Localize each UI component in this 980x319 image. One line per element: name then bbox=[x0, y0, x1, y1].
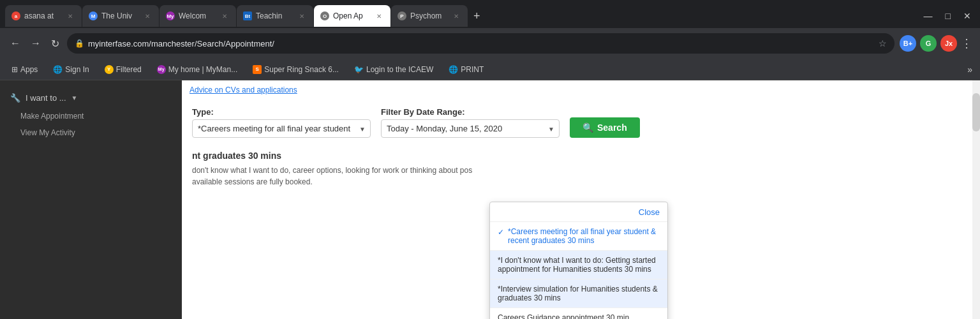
tab6-close[interactable]: ✕ bbox=[451, 11, 461, 21]
dropdown-item-4[interactable]: Careers Guidance appointment 30 min bbox=[490, 308, 667, 319]
apps-grid-icon: ⊞ bbox=[11, 65, 18, 74]
sidebar-make-appointment[interactable]: Make Appointment bbox=[0, 108, 182, 124]
superring-icon: S bbox=[253, 65, 262, 74]
type-form-group: Type: *Careers meeting for all final yea… bbox=[192, 107, 371, 138]
tab-teaching[interactable]: Bt Teachin ✕ bbox=[237, 5, 313, 27]
dropdown-close-button[interactable]: Close bbox=[639, 207, 660, 217]
avatar-jx[interactable]: Jx bbox=[940, 35, 957, 52]
new-tab-button[interactable]: + bbox=[468, 7, 486, 26]
tab4-close[interactable]: ✕ bbox=[297, 11, 307, 21]
check-icon: ✓ bbox=[498, 228, 504, 237]
sidebar-view-activity[interactable]: View My Activity bbox=[0, 124, 182, 141]
tab2-favicon: M bbox=[89, 11, 98, 20]
scrollbar-track[interactable] bbox=[972, 80, 980, 319]
dropdown-item-2[interactable]: *I don't know what I want to do: Getting… bbox=[490, 251, 667, 279]
address-input-wrap[interactable]: 🔒 myinterfase.com/manchester/Search/Appo… bbox=[67, 33, 895, 54]
tab1-title: asana at bbox=[24, 11, 61, 20]
tab-asana[interactable]: a asana at ✕ bbox=[5, 5, 82, 27]
bookmark-filtered[interactable]: Y Filtered bbox=[101, 64, 145, 75]
bookmark-icaew[interactable]: 🐦 Login to the ICAEW bbox=[350, 64, 437, 75]
bookmark-star[interactable]: ☆ bbox=[879, 38, 887, 48]
forward-button[interactable]: → bbox=[28, 35, 43, 52]
avatar-bp[interactable]: B+ bbox=[900, 35, 916, 52]
result-text-1: don't know what I want to do, career opt… bbox=[192, 165, 970, 176]
scrollbar-thumb[interactable] bbox=[972, 93, 980, 131]
result-title: nt graduates 30 mins bbox=[192, 151, 970, 161]
bookmark-signin[interactable]: 🌐 Sign In bbox=[49, 64, 93, 75]
type-label: Type: bbox=[192, 107, 371, 117]
search-button-label: Search bbox=[597, 122, 627, 133]
date-label: Filter By Date Range: bbox=[381, 107, 560, 117]
bookmark-apps[interactable]: ⊞ Apps bbox=[8, 64, 41, 75]
type-select-wrap: *Careers meeting for all final year stud… bbox=[192, 119, 371, 138]
page-content: 🔧 I want to ... ▼ Make Appointment View … bbox=[0, 80, 980, 319]
reload-button[interactable]: ↻ bbox=[48, 35, 62, 52]
dropdown-header: Close bbox=[490, 202, 667, 222]
search-button[interactable]: 🔍 Search bbox=[570, 117, 640, 138]
top-advice-link[interactable]: Advice on CVs and applications bbox=[182, 80, 980, 100]
dropdown-item-3[interactable]: *Interview simulation for Humanities stu… bbox=[490, 279, 667, 308]
avatar-g[interactable]: G bbox=[920, 35, 937, 52]
bookmark-superring[interactable]: S Super Ring Snack 6... bbox=[249, 64, 343, 75]
tab4-favicon: Bt bbox=[243, 11, 252, 20]
tab6-favicon: P bbox=[397, 11, 406, 20]
tab-openap[interactable]: O Open Ap ✕ bbox=[314, 5, 390, 27]
sidebar: 🔧 I want to ... ▼ Make Appointment View … bbox=[0, 80, 182, 319]
search-icon: 🔍 bbox=[583, 122, 593, 133]
bookmarks-more[interactable]: » bbox=[967, 64, 972, 75]
tab2-title: The Univ bbox=[101, 11, 138, 20]
sidebar-main-label: I want to ... bbox=[26, 93, 66, 103]
browser-menu-button[interactable]: ⋮ bbox=[961, 36, 972, 50]
type-select[interactable]: *Careers meeting for all final year stud… bbox=[192, 119, 371, 138]
bookmark-filtered-label: Filtered bbox=[116, 65, 142, 74]
tab6-title: Psychom bbox=[410, 11, 447, 20]
print-globe-icon: 🌐 bbox=[449, 65, 458, 74]
tab2-close[interactable]: ✕ bbox=[142, 11, 152, 21]
tab3-title: Welcom bbox=[179, 11, 216, 20]
tab5-title: Open Ap bbox=[333, 11, 370, 20]
globe-icon-signin: 🌐 bbox=[53, 65, 63, 74]
bookmark-signin-label: Sign In bbox=[65, 65, 89, 74]
sidebar-iwantto[interactable]: 🔧 I want to ... ▼ bbox=[0, 88, 182, 108]
dropdown-item-3-label: *Interview simulation for Humanities stu… bbox=[498, 285, 660, 302]
bookmark-myhome-label: My home | MyMan... bbox=[168, 65, 237, 74]
bookmark-icaew-label: Login to the ICAEW bbox=[366, 65, 433, 74]
dropdown-item-4-label: Careers Guidance appointment 30 min bbox=[498, 313, 629, 319]
date-form-group: Filter By Date Range: Today - Monday, Ju… bbox=[381, 107, 560, 138]
dropdown-item-1[interactable]: ✓ *Careers meeting for all final year st… bbox=[490, 222, 667, 251]
url-display: myinterfase.com/manchester/Search/Appoin… bbox=[88, 39, 875, 48]
tab5-favicon: O bbox=[320, 11, 329, 20]
type-dropdown-menu: Close ✓ *Careers meeting for all final y… bbox=[489, 202, 668, 319]
minimize-button[interactable]: — bbox=[920, 8, 937, 24]
bookmark-myhome[interactable]: My My home | MyMan... bbox=[153, 64, 241, 75]
icaew-icon: 🐦 bbox=[354, 65, 364, 74]
back-button[interactable]: ← bbox=[8, 35, 23, 52]
dropdown-item-2-label: *I don't know what I want to do: Getting… bbox=[498, 256, 660, 274]
tab-bar: a asana at ✕ M The Univ ✕ My Welcom ✕ Bt… bbox=[0, 0, 980, 28]
tab3-close[interactable]: ✕ bbox=[219, 11, 230, 21]
address-bar: ← → ↻ 🔒 myinterfase.com/manchester/Searc… bbox=[0, 28, 980, 59]
tab4-title: Teachin bbox=[256, 11, 293, 20]
bookmark-print-label: PRINT bbox=[461, 65, 484, 74]
myhome-icon: My bbox=[157, 65, 166, 74]
result-text-2: available sessions are fully booked. bbox=[192, 176, 970, 188]
maximize-button[interactable]: □ bbox=[942, 8, 954, 24]
bookmark-print[interactable]: 🌐 PRINT bbox=[445, 64, 487, 75]
filtered-icon: Y bbox=[105, 65, 114, 74]
close-window-button[interactable]: ✕ bbox=[960, 8, 975, 24]
tab-univ[interactable]: M The Univ ✕ bbox=[82, 5, 159, 27]
tab-psychom[interactable]: P Psychom ✕ bbox=[391, 5, 468, 27]
search-form: Type: *Careers meeting for all final yea… bbox=[182, 100, 980, 145]
tab5-close[interactable]: ✕ bbox=[374, 11, 384, 21]
chevron-down-icon: ▼ bbox=[71, 94, 78, 101]
tab1-close[interactable]: ✕ bbox=[65, 11, 75, 21]
lock-icon: 🔒 bbox=[75, 39, 84, 48]
tab1-favicon: a bbox=[11, 11, 20, 20]
window-controls: — □ ✕ bbox=[920, 8, 975, 24]
tab-welcome[interactable]: My Welcom ✕ bbox=[160, 5, 236, 27]
dropdown-item-1-label: *Careers meeting for all final year stud… bbox=[508, 227, 660, 245]
profile-area: B+ G Jx ⋮ bbox=[900, 35, 972, 52]
bookmark-superring-label: Super Ring Snack 6... bbox=[264, 65, 339, 74]
bookmarks-bar: ⊞ Apps 🌐 Sign In Y Filtered My My home |… bbox=[0, 59, 980, 80]
date-select[interactable]: Today - Monday, June 15, 2020 bbox=[381, 119, 560, 138]
